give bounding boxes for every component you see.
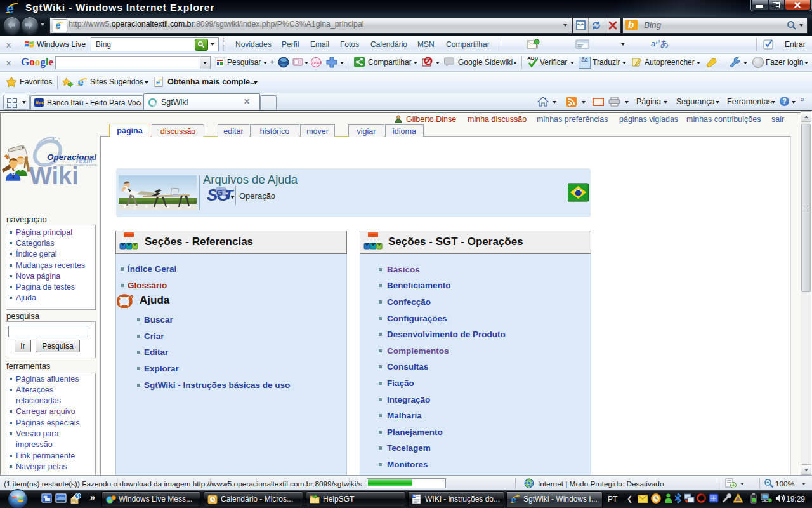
svg-text:T: T	[225, 187, 234, 203]
svg-text:Wiki: Wiki	[29, 163, 79, 189]
svg-text:orkut: orkut	[312, 60, 322, 65]
svg-text:G: G	[216, 188, 223, 197]
svg-text:W: W	[413, 495, 416, 498]
